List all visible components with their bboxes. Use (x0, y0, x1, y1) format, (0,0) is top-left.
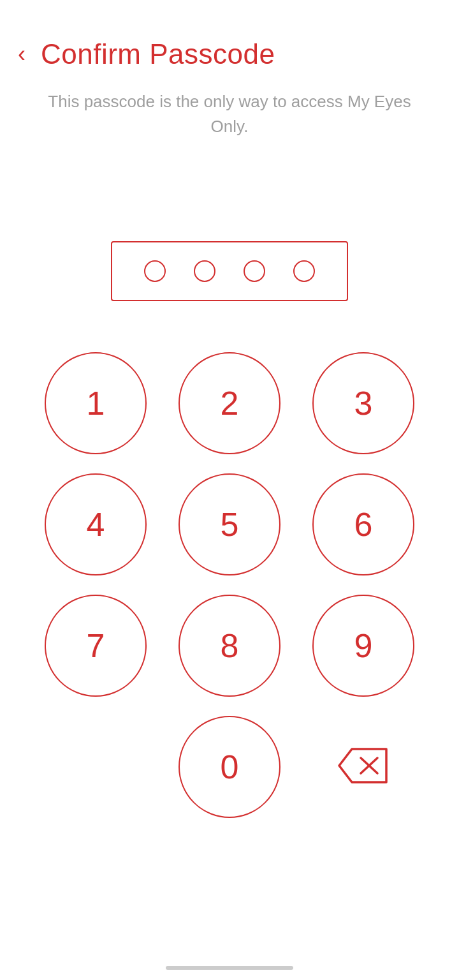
passcode-dot-1 (144, 260, 166, 282)
keypad-row-4: 0 (45, 716, 414, 818)
key-5[interactable]: 5 (178, 473, 280, 575)
subtitle-text: This passcode is the only way to access … (0, 83, 459, 139)
key-4[interactable]: 4 (45, 473, 147, 575)
passcode-dot-2 (194, 260, 215, 282)
keypad-row-1: 1 2 3 (45, 352, 414, 454)
keypad: 1 2 3 4 5 6 7 8 9 0 (0, 339, 459, 831)
key-8[interactable]: 8 (178, 595, 280, 697)
key-9[interactable]: 9 (312, 595, 414, 697)
key-7[interactable]: 7 (45, 595, 147, 697)
key-3[interactable]: 3 (312, 352, 414, 454)
home-indicator (166, 966, 293, 970)
key-2[interactable]: 2 (178, 352, 280, 454)
keypad-row-2: 4 5 6 (45, 473, 414, 575)
key-1[interactable]: 1 (45, 352, 147, 454)
delete-icon (338, 746, 389, 787)
key-6[interactable]: 6 (312, 473, 414, 575)
svg-marker-0 (339, 749, 386, 782)
passcode-dot-3 (244, 260, 265, 282)
page-title: Confirm Passcode (41, 38, 275, 70)
keypad-row-3: 7 8 9 (45, 595, 414, 697)
passcode-box (111, 241, 348, 301)
delete-button[interactable] (312, 716, 414, 818)
back-button[interactable]: ‹ (13, 40, 31, 68)
header: ‹ Confirm Passcode (0, 0, 459, 83)
key-0[interactable]: 0 (178, 716, 280, 818)
key-empty (45, 716, 147, 818)
passcode-area (0, 241, 459, 301)
passcode-dot-4 (293, 260, 315, 282)
